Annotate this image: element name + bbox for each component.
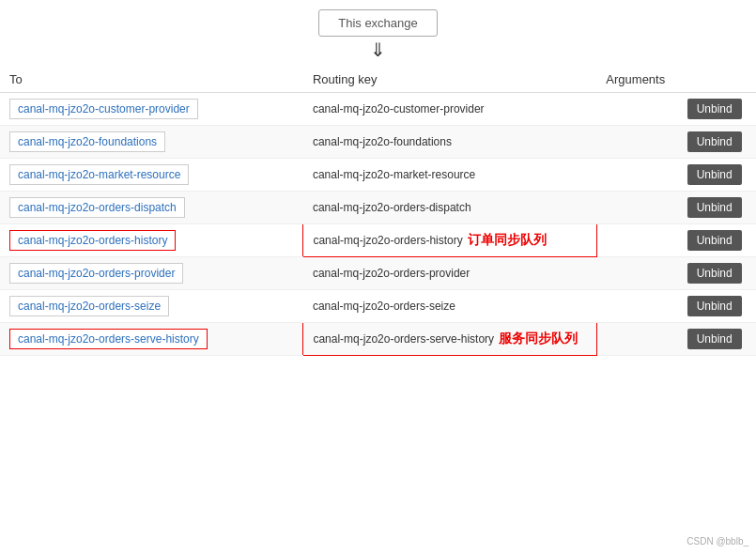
col-action [678,67,756,93]
to-cell: canal-mq-jzo2o-orders-provider [0,257,303,290]
to-cell: canal-mq-jzo2o-orders-history [0,224,303,257]
col-arguments: Arguments [596,67,677,93]
table-row: canal-mq-jzo2o-orders-historycanal-mq-jz… [0,224,756,257]
unbind-button[interactable]: Unbind [687,99,742,119]
arguments-cell [596,93,677,126]
table-row: canal-mq-jzo2o-customer-providercanal-mq… [0,93,756,126]
unbind-button[interactable]: Unbind [687,131,742,152]
col-routing-key: Routing key [303,67,596,93]
routing-key-cell: canal-mq-jzo2o-orders-serve-history服务同步队… [303,323,596,356]
unbind-cell: Unbind [678,290,756,323]
arguments-cell [596,323,677,356]
queue-name-link[interactable]: canal-mq-jzo2o-market-resource [9,164,189,185]
table-row: canal-mq-jzo2o-orders-providercanal-mq-j… [0,257,756,290]
unbind-cell: Unbind [678,257,756,290]
arguments-cell [596,192,677,224]
arrow-down-icon: ⇓ [370,40,386,59]
to-cell: canal-mq-jzo2o-customer-provider [0,93,303,126]
exchange-header: This exchange ⇓ [0,9,756,59]
table-row: canal-mq-jzo2o-market-resourcecanal-mq-j… [0,159,756,192]
to-cell: canal-mq-jzo2o-orders-seize [0,290,303,323]
unbind-cell: Unbind [678,126,756,159]
arguments-cell [596,126,677,159]
routing-key-value: canal-mq-jzo2o-market-resource [313,168,475,181]
table-row: canal-mq-jzo2o-foundationscanal-mq-jzo2o… [0,126,756,159]
table-row: canal-mq-jzo2o-orders-serve-historycanal… [0,323,756,356]
queue-name-link[interactable]: canal-mq-jzo2o-orders-history [9,230,176,251]
to-cell: canal-mq-jzo2o-foundations [0,126,303,159]
routing-key-value: canal-mq-jzo2o-orders-provider [313,267,470,280]
page-container: This exchange ⇓ To Routing key Arguments… [0,0,756,365]
arguments-cell [596,224,677,257]
unbind-cell: Unbind [678,192,756,224]
annotation-text: 服务同步队列 [499,331,578,346]
queue-name-link[interactable]: canal-mq-jzo2o-orders-dispatch [9,197,185,218]
routing-key-cell: canal-mq-jzo2o-orders-history订单同步队列 [303,224,596,257]
queue-name-link[interactable]: canal-mq-jzo2o-customer-provider [9,99,198,119]
to-cell: canal-mq-jzo2o-market-resource [0,159,303,192]
routing-key-cell: canal-mq-jzo2o-orders-seize [303,290,596,323]
routing-key-value: canal-mq-jzo2o-orders-history [313,234,462,247]
to-cell: canal-mq-jzo2o-orders-dispatch [0,192,303,224]
queue-name-link[interactable]: canal-mq-jzo2o-foundations [9,131,165,152]
routing-key-value: canal-mq-jzo2o-orders-seize [313,300,455,313]
queue-name-link[interactable]: canal-mq-jzo2o-orders-seize [9,296,169,316]
unbind-cell: Unbind [678,224,756,257]
bindings-table: To Routing key Arguments canal-mq-jzo2o-… [0,67,756,356]
unbind-button[interactable]: Unbind [687,296,742,316]
routing-key-cell: canal-mq-jzo2o-orders-provider [303,257,596,290]
routing-key-cell: canal-mq-jzo2o-foundations [303,126,596,159]
routing-key-value: canal-mq-jzo2o-orders-serve-history [313,332,494,346]
table-row: canal-mq-jzo2o-orders-seizecanal-mq-jzo2… [0,290,756,323]
routing-key-cell: canal-mq-jzo2o-market-resource [303,159,596,192]
unbind-button[interactable]: Unbind [687,164,742,185]
queue-name-link[interactable]: canal-mq-jzo2o-orders-serve-history [9,329,208,349]
to-cell: canal-mq-jzo2o-orders-serve-history [0,323,303,356]
col-to: To [0,67,303,93]
routing-key-value: canal-mq-jzo2o-customer-provider [313,102,485,115]
queue-name-link[interactable]: canal-mq-jzo2o-orders-provider [9,263,183,284]
annotation-text: 订单同步队列 [468,232,547,247]
arguments-cell [596,159,677,192]
table-row: canal-mq-jzo2o-orders-dispatchcanal-mq-j… [0,192,756,224]
exchange-button[interactable]: This exchange [318,9,438,37]
unbind-cell: Unbind [678,323,756,356]
unbind-button[interactable]: Unbind [687,230,742,251]
unbind-button[interactable]: Unbind [687,197,742,218]
arguments-cell [596,257,677,290]
unbind-button[interactable]: Unbind [687,263,742,284]
watermark: CSDN @bblb_ [687,536,748,546]
routing-key-value: canal-mq-jzo2o-foundations [313,135,452,148]
table-header: To Routing key Arguments [0,67,756,93]
routing-key-cell: canal-mq-jzo2o-orders-dispatch [303,192,596,224]
unbind-button[interactable]: Unbind [687,329,742,349]
routing-key-value: canal-mq-jzo2o-orders-dispatch [313,201,471,214]
unbind-cell: Unbind [678,93,756,126]
arguments-cell [596,290,677,323]
unbind-cell: Unbind [678,159,756,192]
table-body: canal-mq-jzo2o-customer-providercanal-mq… [0,93,756,356]
routing-key-cell: canal-mq-jzo2o-customer-provider [303,93,596,126]
